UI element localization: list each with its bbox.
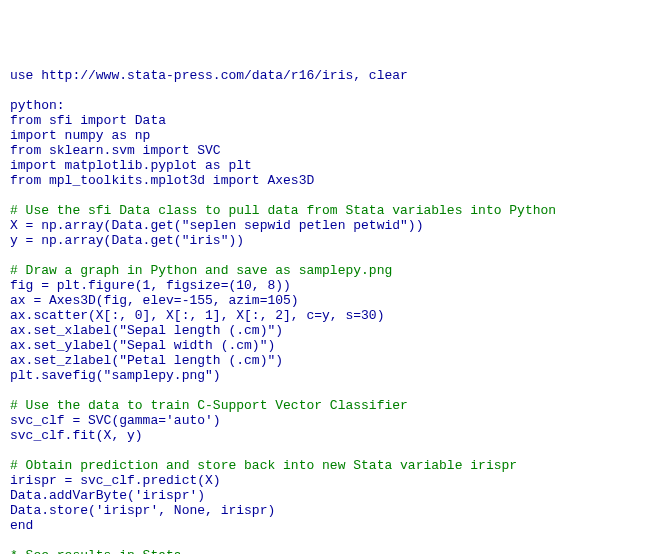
code-line-9: # Use the sfi Data class to pull data fr… — [10, 203, 640, 218]
code-line-3: from sfi import Data — [10, 113, 640, 128]
code-line-18: ax.set_ylabel("Sepal width (.cm)") — [10, 338, 640, 353]
code-line-13: # Draw a graph in Python and save as sam… — [10, 263, 640, 278]
code-line-24: svc_clf.fit(X, y) — [10, 428, 640, 443]
code-line-15: ax = Axes3D(fig, elev=-155, azim=105) — [10, 293, 640, 308]
code-line-7: from mpl_toolkits.mplot3d import Axes3D — [10, 173, 640, 188]
code-line-25 — [10, 443, 640, 458]
code-line-27: irispr = svc_clf.predict(X) — [10, 473, 640, 488]
code-line-17: ax.set_xlabel("Sepal length (.cm)") — [10, 323, 640, 338]
code-line-23: svc_clf = SVC(gamma='auto') — [10, 413, 640, 428]
code-line-28: Data.addVarByte('irispr') — [10, 488, 640, 503]
code-line-11: y = np.array(Data.get("iris")) — [10, 233, 640, 248]
code-block: use http://www.stata-press.com/data/r16/… — [10, 68, 640, 554]
code-line-29: Data.store('irispr', None, irispr) — [10, 503, 640, 518]
code-line-22: # Use the data to train C-Support Vector… — [10, 398, 640, 413]
code-line-4: import numpy as np — [10, 128, 640, 143]
code-line-1 — [10, 83, 640, 98]
code-line-14: fig = plt.figure(1, figsize=(10, 8)) — [10, 278, 640, 293]
code-line-12 — [10, 248, 640, 263]
code-line-20: plt.savefig("samplepy.png") — [10, 368, 640, 383]
code-line-10: X = np.array(Data.get("seplen sepwid pet… — [10, 218, 640, 233]
code-line-16: ax.scatter(X[:, 0], X[:, 1], X[:, 2], c=… — [10, 308, 640, 323]
code-line-6: import matplotlib.pyplot as plt — [10, 158, 640, 173]
code-line-0: use http://www.stata-press.com/data/r16/… — [10, 68, 640, 83]
code-line-21 — [10, 383, 640, 398]
code-line-30: end — [10, 518, 640, 533]
code-line-31 — [10, 533, 640, 548]
code-line-8 — [10, 188, 640, 203]
code-line-5: from sklearn.svm import SVC — [10, 143, 640, 158]
code-line-32: * See results in Stata — [10, 548, 640, 554]
code-line-2: python: — [10, 98, 640, 113]
code-line-26: # Obtain prediction and store back into … — [10, 458, 640, 473]
code-line-19: ax.set_zlabel("Petal length (.cm)") — [10, 353, 640, 368]
